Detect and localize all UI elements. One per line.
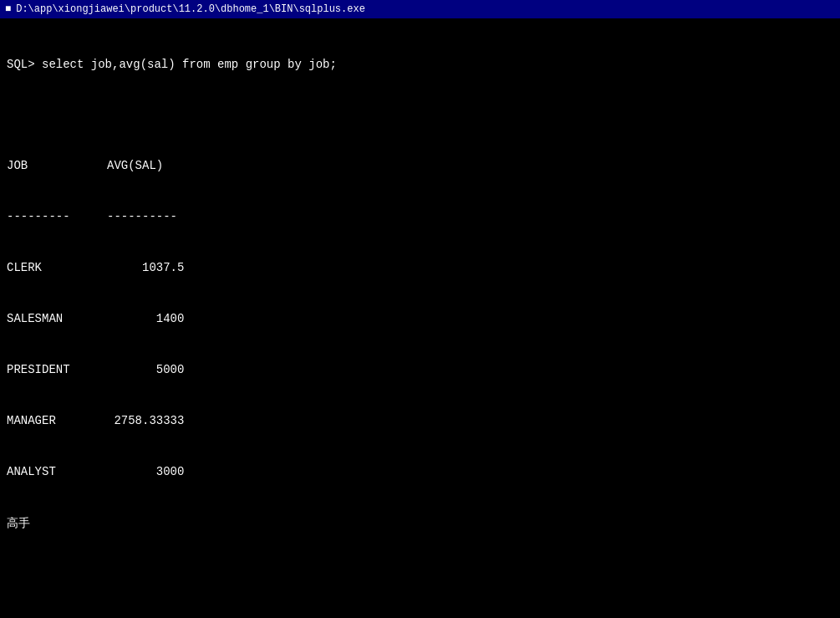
result-salesman: SALESMAN 1400 (7, 310, 833, 327)
result-manager: MANAGER 2758.33333 (7, 412, 833, 429)
blank-1 (7, 106, 833, 123)
result-header: JOBAVG(SAL) (7, 157, 833, 174)
result-president: PRESIDENT 5000 (7, 361, 833, 378)
result-analyst: ANALYST 3000 (7, 463, 833, 480)
title-bar-text: D:\app\xiongjiawei\product\11.2.0\dbhome… (16, 3, 365, 15)
title-bar: ■ D:\app\xiongjiawei\product\11.2.0\dbho… (0, 0, 840, 18)
terminal: SQL> select job,avg(sal) from emp group … (0, 18, 840, 618)
sql-line-1: SQL> select job,avg(sal) from emp group … (7, 56, 833, 73)
blank-2 (7, 565, 833, 582)
chinese-line-1: 高手 (7, 514, 833, 531)
result-clerk: CLERK 1037.5 (7, 259, 833, 276)
result-divider: ------------------- (7, 208, 833, 225)
title-bar-icon: ■ (5, 3, 11, 15)
